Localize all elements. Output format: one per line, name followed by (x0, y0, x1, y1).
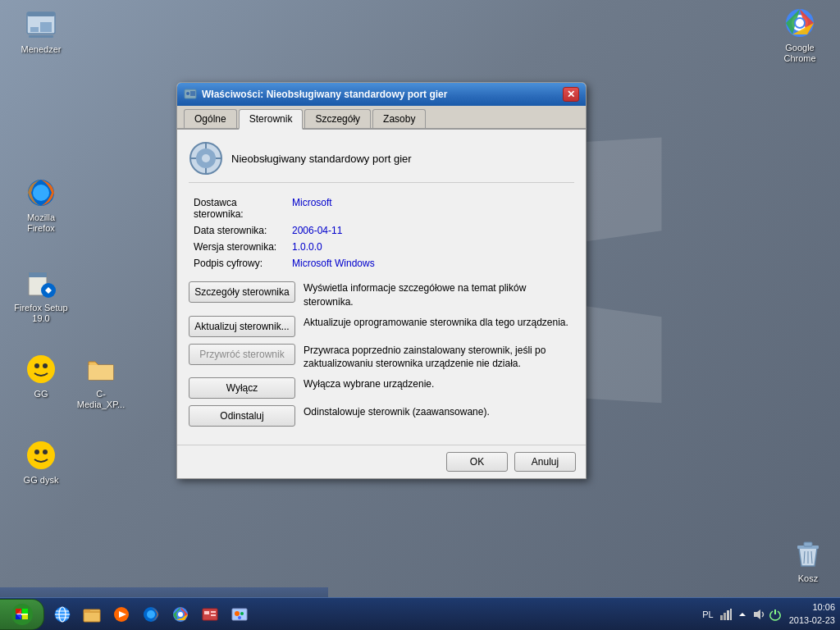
tab-zasoby[interactable]: Zasoby (372, 109, 426, 128)
svg-point-63 (240, 612, 244, 615)
aktualizuj-sterownik-button[interactable]: Aktualizuj sterownik... (189, 316, 295, 337)
svg-point-12 (43, 363, 48, 368)
dialog-tabs: Ogólne Sterownik Szczegóły Zasoby (177, 106, 586, 130)
svg-rect-59 (211, 611, 216, 613)
odinstaluj-button[interactable]: Odinstaluj (189, 405, 295, 427)
svg-rect-40 (22, 609, 28, 614)
svg-rect-2 (30, 27, 39, 32)
svg-rect-68 (730, 609, 732, 620)
aktualizuj-section: Aktualizuj sterownik... Aktualizuje opro… (189, 316, 574, 337)
dialog-titlebar: Właściwości: Nieobsługiwany standardowy … (177, 83, 586, 106)
tab-ogolne[interactable]: Ogólne (184, 109, 237, 128)
taskbar-paint-icon[interactable] (226, 601, 253, 628)
svg-rect-22 (804, 542, 812, 546)
wylacz-section: Wyłącz Wyłącza wybrane urządzenie. (189, 377, 574, 399)
svg-point-11 (34, 363, 39, 368)
info-row-provider: Dostawca sterownika: Microsoft (189, 194, 574, 222)
wylacz-button[interactable]: Wyłącz (189, 377, 295, 399)
info-row-signature: Podpis cyfrowy: Microsoft Windows (189, 255, 574, 272)
desktop-icon-chrome[interactable]: Google Chrome (771, 7, 829, 64)
desktop-icon-kosz[interactable]: Kosz (779, 537, 837, 584)
svg-rect-39 (16, 609, 21, 614)
taskbar-clock[interactable]: 10:06 2013-02-23 (789, 601, 835, 627)
firefox-icon (25, 176, 57, 209)
start-button[interactable] (0, 599, 44, 630)
desktop-icon-cmedia[interactable]: C-Media_XP... (72, 353, 130, 410)
odinstaluj-section: Odinstaluj Odinstalowuje sterownik (zaaw… (189, 405, 574, 427)
desktop-icon-menedzer[interactable]: Menedzer (12, 8, 70, 55)
svg-point-33 (202, 154, 210, 162)
taskbar-partial (0, 587, 328, 597)
tab-szczegoly[interactable]: Szczegóły (304, 109, 371, 128)
przywroc-section: Przywróć sterownik Przywraca poprzednio … (189, 344, 574, 372)
info-label-provider: Dostawca sterownika: (189, 194, 287, 222)
info-value-provider: Microsoft (287, 194, 574, 222)
tray-network-icon[interactable] (719, 607, 733, 622)
taskbar-firefox-icon[interactable] (138, 601, 164, 628)
svg-point-56 (178, 612, 183, 617)
przywroc-description: Przywraca poprzednio zainstalowany stero… (304, 344, 574, 372)
device-name-text: Nieobsługiwany standardowy port gier (231, 153, 412, 165)
kosz-icon (792, 537, 824, 570)
przywroc-sterownik-button[interactable]: Przywróć sterownik (189, 344, 295, 365)
svg-rect-49 (84, 609, 90, 613)
ok-button[interactable]: OK (446, 452, 508, 472)
tray-audio-icon[interactable] (751, 607, 766, 622)
svg-point-10 (27, 355, 55, 383)
svg-rect-1 (27, 12, 55, 16)
svg-point-15 (43, 450, 48, 454)
svg-rect-8 (29, 272, 47, 277)
svg-rect-41 (16, 614, 21, 619)
svg-rect-67 (727, 610, 729, 620)
gg-label: GG (34, 389, 48, 399)
taskbar-chrome-icon[interactable] (167, 601, 194, 628)
firefox-setup-icon (25, 267, 57, 299)
svg-rect-42 (22, 614, 28, 619)
cancel-button[interactable]: Anuluj (514, 452, 576, 472)
taskbar-explorer-icon[interactable] (79, 601, 105, 628)
dialog-title-text: Właściwości: Nieobsługiwany standardowy … (202, 89, 447, 100)
desktop-icon-firefox[interactable]: Mozilla Firefox (12, 176, 70, 234)
svg-marker-69 (739, 613, 746, 616)
chrome-label: Google Chrome (771, 43, 829, 64)
firefox-setup-label: Firefox Setup 19.0 (12, 303, 70, 324)
tab-sterownik[interactable]: Sterownik (239, 109, 304, 130)
desktop-icon-firefox-setup[interactable]: Firefox Setup 19.0 (12, 267, 70, 324)
taskbar-tray: PL (697, 598, 840, 630)
desktop-icon-gg-dysk[interactable]: GG dysk (12, 439, 70, 486)
kosz-label: Kosz (798, 573, 818, 584)
desktop-icon-gg[interactable]: GG (12, 353, 70, 399)
svg-point-27 (186, 92, 189, 95)
svg-rect-65 (720, 615, 723, 620)
svg-rect-66 (724, 613, 726, 620)
taskbar-media-icon[interactable] (108, 601, 135, 628)
svg-point-14 (34, 450, 39, 454)
gg-dysk-icon (25, 439, 57, 472)
dialog-title: Właściwości: Nieobsługiwany standardowy … (184, 88, 447, 101)
clock-time: 10:06 (789, 601, 835, 614)
svg-point-62 (235, 611, 240, 616)
svg-rect-3 (40, 22, 52, 32)
tray-expand-icon[interactable] (735, 607, 750, 622)
device-header: Nieobsługiwany standardowy port gier (189, 141, 574, 183)
dialog-close-button[interactable]: ✕ (563, 87, 579, 102)
svg-rect-4 (29, 35, 53, 38)
info-value-version: 1.0.0.0 (287, 239, 574, 255)
gg-icon (25, 353, 57, 386)
svg-point-64 (238, 616, 241, 619)
info-label-version: Wersja sterownika: (189, 239, 287, 255)
svg-point-6 (33, 185, 49, 201)
taskbar-middle (254, 598, 697, 630)
gg-dysk-label: GG dysk (24, 475, 59, 486)
desktop: Menedzer Mozilla Firefox Firefox Setup 1… (0, 0, 840, 630)
svg-point-13 (27, 441, 55, 469)
tray-power-icon[interactable] (768, 607, 783, 622)
taskbar-tools-icon[interactable] (197, 601, 223, 628)
taskbar-ie-icon[interactable] (49, 601, 75, 628)
svg-rect-60 (211, 614, 216, 616)
dialog-content: Nieobsługiwany standardowy port gier Dos… (177, 130, 586, 445)
svg-point-53 (147, 610, 155, 619)
driver-info-table: Dostawca sterownika: Microsoft Data ster… (189, 194, 574, 272)
szczegoly-sterownika-button[interactable]: Szczegóły sterownika (189, 281, 295, 303)
info-label-signature: Podpis cyfrowy: (189, 255, 287, 272)
